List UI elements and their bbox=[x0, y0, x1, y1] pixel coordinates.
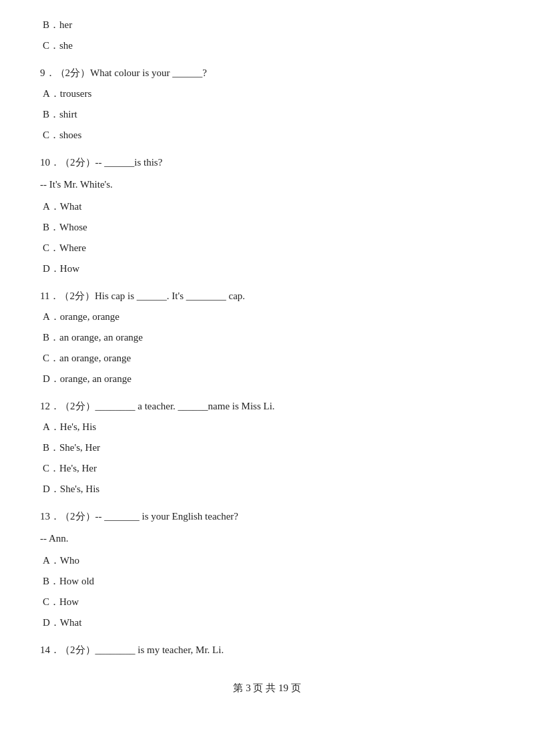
option-12a: A．He's, His bbox=[40, 418, 494, 436]
option-11c: C．an orange, orange bbox=[40, 349, 494, 367]
question-9: 9．（2分）What colour is your ______? bbox=[40, 64, 494, 82]
option-13b: B．How old bbox=[40, 572, 494, 590]
option-13c: C．How bbox=[40, 593, 494, 611]
question-13: 13．（2分）-- _______ is your English teache… bbox=[40, 508, 494, 526]
option-b-her: B．her bbox=[40, 16, 494, 34]
question-14: 14．（2分）________ is my teacher, Mr. Li. bbox=[40, 641, 494, 659]
question-10: 10．（2分）-- ______is this? bbox=[40, 154, 494, 172]
answer-13: -- Ann. bbox=[40, 530, 494, 548]
option-11d: D．orange, an orange bbox=[40, 370, 494, 388]
option-10b: B．Whose bbox=[40, 218, 494, 236]
option-12c: C．He's, Her bbox=[40, 459, 494, 478]
option-10d: D．How bbox=[40, 260, 494, 278]
option-9c: C．shoes bbox=[40, 126, 494, 144]
option-c-she: C．she bbox=[40, 37, 494, 55]
page-footer: 第 3 页 共 19 页 bbox=[40, 679, 494, 697]
option-11a: A．orange, orange bbox=[40, 308, 494, 326]
question-11: 11．（2分）His cap is ______. It's ________ … bbox=[40, 287, 494, 305]
option-10a: A．What bbox=[40, 198, 494, 216]
question-12: 12．（2分）________ a teacher. ______name is… bbox=[40, 397, 494, 415]
option-12b: B．She's, Her bbox=[40, 439, 494, 457]
answer-10: -- It's Mr. White's. bbox=[40, 176, 494, 194]
option-12d: D．She's, His bbox=[40, 480, 494, 498]
option-9b: B．shirt bbox=[40, 106, 494, 124]
option-13a: A．Who bbox=[40, 552, 494, 570]
option-11b: B．an orange, an orange bbox=[40, 329, 494, 347]
option-10c: C．Where bbox=[40, 239, 494, 257]
option-13d: D．What bbox=[40, 614, 494, 632]
option-9a: A．trousers bbox=[40, 85, 494, 103]
